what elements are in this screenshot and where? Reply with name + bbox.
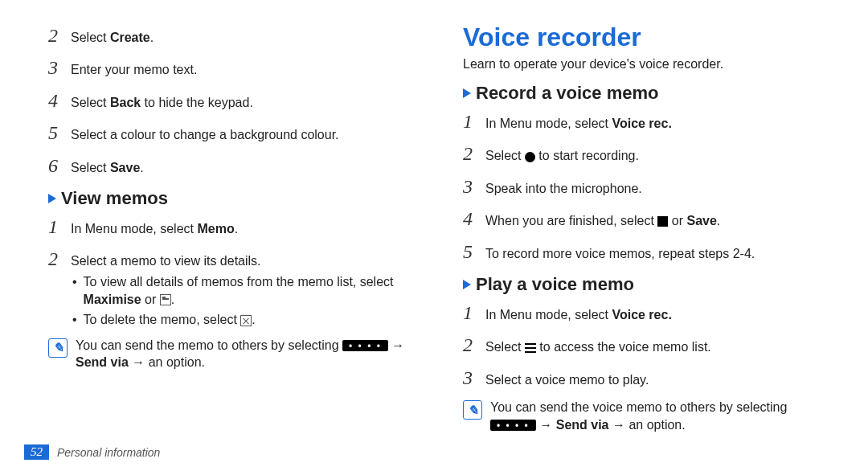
step-number: 2 — [48, 23, 59, 48]
step: 1In Menu mode, select Voice rec. — [463, 300, 829, 326]
step-number: 3 — [463, 174, 474, 199]
record-heading: Record a voice memo — [463, 83, 829, 104]
more-options-icon: • • • • — [490, 420, 536, 431]
sub-list: To view all details of memos from the me… — [71, 273, 415, 329]
step-number: 1 — [463, 109, 474, 134]
step-number: 4 — [48, 88, 59, 113]
step: 3Enter your memo text. — [48, 55, 415, 80]
step: 4Select Back to hide the keypad. — [48, 88, 415, 113]
view-memos-steps: 1In Menu mode, select Memo.2Select a mem… — [48, 214, 415, 329]
heading-text: Record a voice memo — [476, 83, 658, 104]
step: 2Select to start recording. — [463, 141, 829, 166]
section-label: Personal information — [57, 446, 160, 459]
step: 2Select to access the voice memo list. — [463, 332, 829, 358]
more-options-icon: • • • • — [342, 340, 388, 351]
step-text: Select Save. — [71, 159, 415, 177]
step: 1In Menu mode, select Memo. — [48, 214, 415, 240]
step-text: Select a memo to view its details.To vie… — [71, 252, 415, 328]
step: 1In Menu mode, select Voice rec. — [463, 109, 829, 134]
step: 6Select Save. — [48, 153, 415, 178]
step-number: 1 — [463, 300, 474, 326]
step-number: 2 — [463, 141, 474, 166]
step: 3Speak into the microphone. — [463, 174, 829, 199]
record-icon — [525, 152, 535, 162]
memo-create-steps: 2Select Create.3Enter your memo text.4Se… — [48, 23, 415, 178]
step: 2Select a memo to view its details.To vi… — [48, 246, 415, 328]
view-memos-heading: View memos — [48, 188, 415, 209]
step-number: 2 — [48, 246, 59, 272]
play-heading: Play a voice memo — [463, 274, 829, 295]
step-number: 4 — [463, 206, 474, 231]
step: 5To record more voice memos, repeat step… — [463, 239, 829, 264]
delete-icon — [240, 315, 252, 326]
page-number: 52 — [24, 444, 49, 460]
step-number: 5 — [463, 239, 474, 264]
voice-recorder-lead: Learn to operate your device's voice rec… — [463, 57, 829, 72]
maximise-icon — [160, 294, 171, 305]
list-icon — [525, 343, 536, 353]
voice-send-note: ✎ You can send the voice memo to others … — [463, 399, 829, 433]
step-number: 2 — [463, 332, 474, 358]
memo-send-note: ✎ You can send the memo to others by sel… — [48, 337, 415, 371]
step-text: To record more voice memos, repeat steps… — [485, 245, 829, 263]
stop-icon — [657, 216, 668, 227]
step-text: Speak into the microphone. — [485, 180, 829, 198]
note-icon: ✎ — [48, 338, 68, 358]
right-column: Voice recorder Learn to operate your dev… — [463, 23, 829, 433]
step-number: 3 — [48, 55, 59, 80]
step-text: When you are finished, select or Save. — [485, 212, 829, 230]
step-number: 1 — [48, 214, 59, 240]
step: 2Select Create. — [48, 23, 415, 48]
chevron-icon — [48, 194, 56, 203]
note-text: You can send the memo to others by selec… — [76, 337, 415, 371]
step-number: 5 — [48, 120, 59, 145]
step-text: In Menu mode, select Voice rec. — [485, 115, 829, 133]
heading-text: View memos — [61, 188, 168, 209]
step-text: In Menu mode, select Memo. — [71, 220, 415, 238]
step-text: Enter your memo text. — [71, 61, 415, 79]
note-text: You can send the voice memo to others by… — [490, 399, 829, 433]
step-text: Select Back to hide the keypad. — [71, 94, 415, 112]
step-text: Select Create. — [71, 29, 415, 47]
page-footer: 52 Personal information — [24, 444, 160, 460]
chevron-icon — [463, 88, 471, 98]
note-icon: ✎ — [463, 400, 482, 420]
step: 5Select a colour to change a background … — [48, 120, 415, 145]
voice-recorder-title: Voice recorder — [463, 23, 829, 52]
chevron-icon — [463, 280, 471, 289]
play-steps: 1In Menu mode, select Voice rec.2Select … — [463, 300, 829, 391]
record-steps: 1In Menu mode, select Voice rec.2Select … — [463, 109, 829, 264]
step: 4When you are finished, select or Save. — [463, 206, 829, 231]
step: 3Select a voice memo to play. — [463, 365, 829, 391]
step-number: 3 — [463, 365, 474, 391]
sub-item: To delete the memo, select . — [71, 311, 415, 329]
left-column: 2Select Create.3Enter your memo text.4Se… — [48, 23, 415, 433]
step-text: Select to access the voice memo list. — [485, 338, 829, 356]
sub-item: To view all details of memos from the me… — [71, 273, 415, 308]
step-number: 6 — [48, 153, 59, 178]
step-text: Select a voice memo to play. — [485, 371, 829, 389]
step-text: In Menu mode, select Voice rec. — [485, 306, 829, 324]
heading-text: Play a voice memo — [476, 274, 634, 295]
step-text: Select a colour to change a background c… — [71, 126, 415, 144]
step-text: Select to start recording. — [485, 147, 829, 165]
